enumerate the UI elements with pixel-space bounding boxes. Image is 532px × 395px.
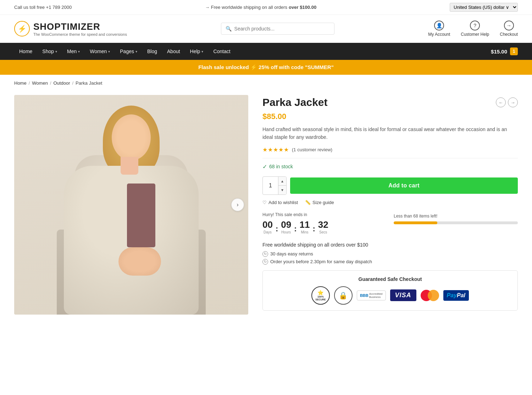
countdown-timer: 00 Days : 09 Hours : 11 Mins : 3 [262, 219, 387, 234]
lock-badge: 🔒 [334, 286, 353, 305]
add-to-cart-button[interactable]: Add to cart [290, 177, 518, 194]
my-account-label: My Account [428, 32, 450, 37]
help-chevron: ▾ [201, 50, 203, 53]
logo[interactable]: ⚡ SHOPTIMIZER The WooCommerce theme for … [14, 21, 127, 36]
brand-tagline: The WooCommerce theme for speed and conv… [33, 32, 127, 36]
quantity-buttons: ▲ ▼ [278, 177, 286, 194]
shipping-text: → Free worldwide shipping on all orders … [205, 5, 316, 10]
header-icons: 👤 My Account ? Customer Help → Checkout [428, 21, 518, 37]
women-chevron: ▾ [108, 50, 110, 53]
product-description: Hand crafted with seasonal style in mind… [262, 125, 518, 141]
breadcrumb-outdoor[interactable]: Outdoor [54, 80, 70, 86]
free-shipping-info: Free worldwide shipping on all orders ov… [262, 242, 518, 248]
checkout-label: Checkout [500, 32, 518, 37]
breadcrumb-women[interactable]: Women [32, 80, 48, 86]
size-guide-button[interactable]: 📏 Size guide [305, 200, 334, 205]
product-image-wrapper: › [14, 95, 248, 315]
breadcrumb: Home / Women / Outdoor / Parka Jacket [0, 75, 532, 91]
customer-help-icon[interactable]: ? Customer Help [461, 21, 489, 37]
men-chevron: ▾ [78, 50, 80, 53]
nav-contact[interactable]: Contact [208, 43, 235, 60]
product-nav-arrows: ← → [496, 97, 518, 107]
product-title-row: Parka Jacket ← → [262, 96, 518, 108]
pages-chevron: ▾ [135, 50, 137, 53]
dispatch-info: ↻ Order yours before 2.30pm for same day… [262, 259, 518, 265]
currency-select[interactable]: United States (US) dollar ∨ [450, 3, 518, 12]
stock-bar-box: Less than 68 items left! [394, 212, 518, 224]
breadcrumb-home[interactable]: Home [14, 80, 27, 86]
returns-info: ↻ 30 days easy returns [262, 251, 518, 257]
rating-stars: ★★★★★ [262, 146, 289, 153]
wishlist-button[interactable]: ♡ Add to wishlist [262, 200, 298, 205]
nav-blog[interactable]: Blog [142, 43, 162, 60]
help-circle: ? [470, 21, 480, 30]
quantity-up-button[interactable]: ▲ [278, 177, 286, 186]
product-area: › Parka Jacket ← → $85.00 Hand crafted w… [0, 91, 532, 329]
quantity-value: 1 [263, 177, 278, 194]
payment-icons: ⭐ 100%SECURE 🔒 BBB AccreditedBusiness VI… [270, 286, 510, 305]
sale-ends-label: Hurry! This sale ends in [262, 212, 387, 217]
nav-women[interactable]: Women ▾ [85, 43, 115, 60]
search-input[interactable] [234, 26, 330, 32]
nav-cart[interactable]: $15.00 1 [491, 47, 518, 55]
countdown-box: Hurry! This sale ends in 00 Days : 09 Ho… [262, 212, 387, 236]
nav-pages[interactable]: Pages ▾ [115, 43, 142, 60]
countdown-mins: 11 Mins [300, 219, 310, 234]
cart-total: $15.00 [491, 49, 507, 55]
nav-about[interactable]: About [162, 43, 185, 60]
image-next-button[interactable]: › [231, 198, 244, 211]
stock-status: ✓ 68 in stock [262, 163, 518, 170]
paypal-badge: PayPal [443, 290, 469, 301]
phone-text: Call us toll free +1 789 2000 [14, 5, 72, 10]
mc-orange [428, 290, 439, 301]
product-actions-row: ♡ Add to wishlist 📏 Size guide [262, 200, 518, 205]
returns-icon: ↻ [262, 251, 268, 257]
countdown-secs: 32 Secs [318, 219, 328, 234]
search-bar[interactable]: 🔍 [221, 23, 334, 35]
currency-selector[interactable]: United States (US) dollar ∨ [450, 3, 518, 12]
stock-check-icon: ✓ [262, 163, 267, 170]
product-image [14, 95, 248, 315]
safe-checkout-title: Guaranteed Safe Checkout [270, 276, 510, 282]
checkout-icon[interactable]: → Checkout [500, 21, 518, 37]
countdown-days: 00 Days [262, 219, 273, 234]
stock-bar-label: Less than 68 items left! [394, 214, 518, 219]
visa-badge: VISA [390, 289, 416, 301]
nav-home[interactable]: Home [14, 43, 37, 60]
urgency-row: Hurry! This sale ends in 00 Days : 09 Ho… [262, 212, 518, 236]
main-nav: Home Shop ▾ Men ▾ Women ▾ Pages ▾ Blog A… [0, 43, 532, 60]
countdown-hours: 09 Hours [281, 219, 291, 234]
dispatch-icon: ↻ [262, 259, 268, 265]
stock-bar-track [394, 221, 518, 224]
shop-chevron: ▾ [55, 50, 57, 53]
my-account-icon[interactable]: 👤 My Account [428, 21, 450, 37]
nav-shop[interactable]: Shop ▾ [37, 43, 62, 60]
breadcrumb-current: Parka Jacket [76, 80, 102, 86]
site-header: ⚡ SHOPTIMIZER The WooCommerce theme for … [0, 15, 532, 43]
stock-bar-fill [394, 221, 437, 224]
review-count[interactable]: (1 customer review) [292, 147, 332, 152]
flash-sale-text: Flash sale unlocked ⚡ 25% off with code … [198, 64, 334, 70]
safe-checkout: Guaranteed Safe Checkout ⭐ 100%SECURE 🔒 … [262, 270, 518, 311]
brand-name: SHOPTIMIZER [33, 21, 127, 32]
account-circle: 👤 [434, 21, 444, 30]
product-title: Parka Jacket [262, 96, 328, 108]
bbb-badge: BBB AccreditedBusiness [357, 290, 386, 300]
logo-icon: ⚡ [14, 21, 30, 36]
quantity-down-button[interactable]: ▼ [278, 186, 286, 194]
search-icon: 🔍 [226, 26, 232, 32]
product-details: Parka Jacket ← → $85.00 Hand crafted wit… [262, 95, 518, 311]
nav-men[interactable]: Men ▾ [62, 43, 85, 60]
nav-help[interactable]: Help ▾ [185, 43, 209, 60]
nav-left: Home Shop ▾ Men ▾ Women ▾ Pages ▾ Blog A… [14, 43, 235, 60]
next-product-button[interactable]: → [508, 97, 518, 107]
ruler-icon: 📏 [305, 200, 311, 205]
top-bar: Call us toll free +1 789 2000 → Free wor… [0, 0, 532, 15]
add-to-cart-row: 1 ▲ ▼ Add to cart [262, 176, 518, 195]
heart-icon: ♡ [262, 200, 267, 205]
secure-badge: ⭐ 100%SECURE [311, 286, 330, 305]
prev-product-button[interactable]: ← [496, 97, 506, 107]
quantity-selector[interactable]: 1 ▲ ▼ [262, 176, 287, 195]
mastercard-badge [421, 290, 439, 301]
product-rating: ★★★★★ (1 customer review) [262, 146, 518, 158]
